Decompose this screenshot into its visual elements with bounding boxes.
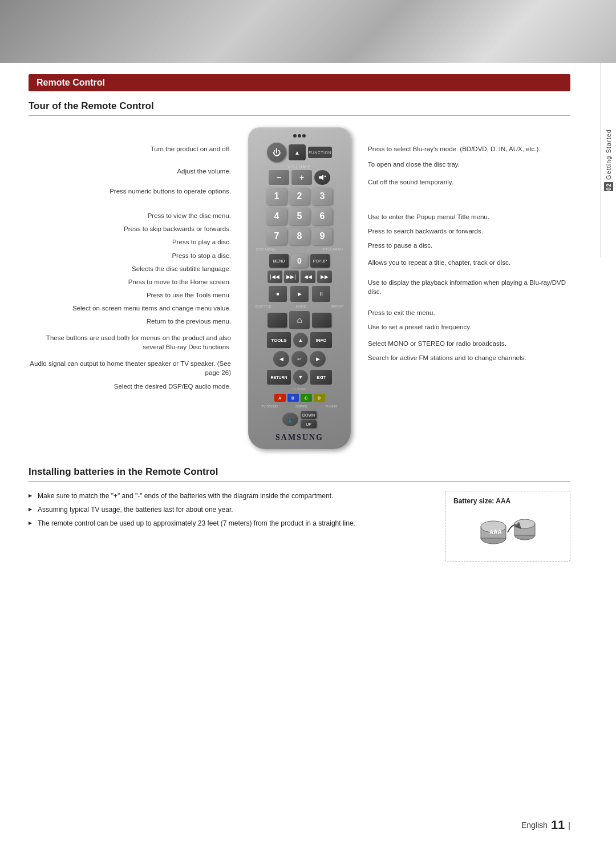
return-button[interactable]: RETURN [267,370,291,385]
ir-dot-2 [298,134,301,138]
ann-right-exit: Press to exit the menu. [368,308,570,317]
exit-button[interactable]: EXIT [310,370,332,385]
up-button[interactable]: UP [301,420,317,428]
down-button[interactable]: DOWN [301,411,317,419]
batteries-list: Make sure to match the "+" and "-" ends … [29,491,428,532]
home-label: HOME [296,305,306,308]
row-dpad: ◀ ↩ ▶ [254,351,345,367]
num-3-button[interactable]: 3 [312,188,333,205]
dpad-right-button[interactable]: ▶ [310,351,326,367]
subsection-title: Tour of the Remote Control [29,100,570,116]
battery-illustration: AAA [462,510,553,555]
info-button[interactable]: INFO [310,332,332,348]
row-power: ⏻ ▲ FUNCTION [254,143,345,162]
ann-left-return: Return to the previous menu. [29,317,231,326]
ann-left-tools: Press to use the Tools menu. [29,290,231,300]
ann-left-home: Press to move to the Home screen. [29,277,231,286]
num-4-button[interactable]: 4 [266,208,287,225]
btn-a[interactable]: A [274,394,286,402]
svg-text:AAA: AAA [489,529,502,535]
num-9-button[interactable]: 9 [312,228,333,245]
power-button[interactable]: ⏻ [267,143,286,162]
ann-right-radio-freq: Use to set a preset radio frequency. [368,322,570,332]
tv-sound-button[interactable]: 📺 [282,413,298,426]
tools-button[interactable]: TOOLS [267,332,291,348]
subtitle-home-repeat-labels: SUBTITLE HOME REPEAT [254,305,345,308]
title-menu-label: TITLE MENU [322,248,343,251]
home-button[interactable]: ⌂ [289,311,310,329]
num-2-button[interactable]: 2 [289,188,310,205]
next-chapter-button[interactable]: ▶▶| [284,270,299,283]
ir-emitter [293,134,306,138]
battery-box: Battery size: AAA AAA [445,491,570,562]
ann-left-play: Press to play a disc. [29,237,231,247]
footer-page: English 11 | [521,818,570,833]
btn-c[interactable]: C [301,394,312,402]
function-button[interactable]: FUNCTION [308,147,332,158]
num-7-button[interactable]: 7 [266,228,287,245]
num-6-button[interactable]: 6 [312,208,333,225]
right-annotations: Press to select Blu-ray's mode. (BD/DVD,… [356,127,570,365]
mute-button[interactable] [314,170,330,185]
dpad-up-outer[interactable]: ▲ [293,333,308,348]
ann-left-stop: Press to stop a disc. [29,251,231,260]
num-5-button[interactable]: 5 [289,208,310,225]
num-1-button[interactable]: 1 [266,188,287,205]
rewind-button[interactable]: ◀◀ [301,270,315,283]
header-banner [0,0,616,63]
row-disc-0-popup: MENU 0 POPUP [254,254,345,268]
play-button[interactable]: ▶ [290,286,309,302]
subtitle-button[interactable] [268,313,287,328]
row-456: 4 5 6 [254,208,345,225]
disc-menu-label: DISC MENU [256,248,275,251]
batteries-section: Installing batteries in the Remote Contr… [29,466,570,562]
dpad-center-button[interactable]: ↩ [291,351,307,367]
ann-left-menu-items: Select on-screen menu items and change m… [29,304,231,313]
subsection-title-text: Tour of the Remote Control [29,100,154,111]
row-789: 7 8 9 [254,228,345,245]
side-chapter-tab: 02 Getting Started [600,63,616,257]
ann-right-bluray-mode: Press to select Blu-ray's mode. (BD/DVD,… [368,144,570,154]
num-0-button[interactable]: 0 [291,254,308,268]
tuning-label: TUNING [325,405,337,408]
ann-right-mute: Cut off the sound temporarily. [368,177,570,187]
fast-forward-button[interactable]: ▶▶ [317,270,332,283]
popup-button[interactable]: POPUP [310,254,330,268]
ann-right-pause: Press to pause a disc. [368,241,570,250]
row-bottom-btns: 📺 DOWN UP [254,411,345,428]
left-annotations: Turn the product on and off. Adjust the … [29,127,242,394]
btn-b[interactable]: B [287,394,299,402]
batteries-title-text: Installing batteries in the Remote Contr… [29,466,218,477]
row-volume: − + [254,170,345,185]
battery-bullet-3: The remote control can be used up to app… [29,518,428,528]
pause-button[interactable]: ⏸ [312,286,330,302]
prev-chapter-button[interactable]: |◀◀ [268,270,282,283]
remote-diagram-area: Turn the product on and off. Adjust the … [29,127,570,449]
repeat-button[interactable] [312,313,331,328]
footer-language: English [521,821,548,830]
num-8-button[interactable]: 8 [289,228,310,245]
remote-control-image: ⏻ ▲ FUNCTION VOLUME − + [242,127,356,449]
dpad-down-outer[interactable]: ▼ [293,370,308,385]
eject-button[interactable]: ▲ [289,144,306,160]
ann-left-audio: Audio signal can output to home theater … [29,359,231,377]
dpad-left-button[interactable]: ◀ [273,351,289,367]
volume-minus-button[interactable]: − [269,170,289,185]
ann-left-power: Turn the product on and off. [29,144,231,154]
samsung-logo: SAMSUNG [275,433,323,442]
ann-right-fm: Search for active FM stations and to cha… [368,353,570,362]
ann-right-playback-info: Use to display the playback information … [368,278,570,296]
ann-left-dsp: Select the desired DSP/EQ audio mode. [29,382,231,391]
batteries-bullets: Make sure to match the "+" and "-" ends … [29,491,428,528]
disc-menu-button[interactable]: MENU [269,254,289,268]
btn-d[interactable]: D [314,394,325,402]
svg-point-9 [514,519,535,528]
svg-marker-0 [319,175,323,180]
row-transport-2: ■ ▶ ⏸ [254,286,345,302]
main-content: Remote Control Tour of the Remote Contro… [0,63,616,573]
tv-sound-label: TV SOUND [262,405,278,408]
volume-plus-button[interactable]: + [291,170,312,185]
stop-button[interactable]: ■ [269,286,287,302]
volume-label: VOLUME [287,165,311,169]
tuner-label: TUNER [293,387,306,391]
